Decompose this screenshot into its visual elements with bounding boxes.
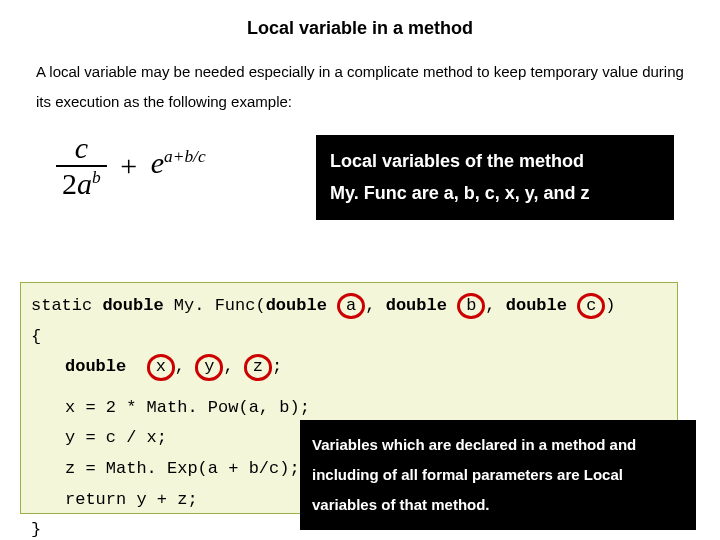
numerator: c <box>56 131 107 165</box>
sep-1: , <box>365 296 385 315</box>
code-decl: double x, y, z; <box>31 352 667 383</box>
den-coeff: 2 <box>62 167 77 200</box>
sep-2: , <box>485 296 505 315</box>
decl-sep1: , <box>175 357 195 376</box>
decl-y: y <box>195 354 223 380</box>
den-base: a <box>77 167 92 200</box>
callout-definition: Variables which are declared in a method… <box>300 420 696 530</box>
code-signature: static double My. Func(double a, double … <box>31 291 667 322</box>
fn-name: My. Func( <box>164 296 266 315</box>
callout-line-1: Local variables of the method <box>330 145 660 177</box>
callout-local-vars: Local variables of the method My. Func a… <box>316 135 674 220</box>
param-a: a <box>337 293 365 319</box>
formula-row: c 2ab + ea+b/c Local variables of the me… <box>36 125 684 245</box>
brace-open: { <box>31 322 667 353</box>
decl-end: ; <box>272 357 282 376</box>
spacer <box>31 383 667 393</box>
callout-line-2: My. Func are a, b, c, x, y, and z <box>330 177 660 209</box>
kw-double-p2: double <box>386 296 447 315</box>
intro-text: A local variable may be needed especiall… <box>36 57 684 117</box>
kw-double-p1: double <box>266 296 327 315</box>
fraction: c 2ab <box>56 131 107 201</box>
kw-double-ret: double <box>102 296 163 315</box>
param-b: b <box>457 293 485 319</box>
plus-sign: + <box>114 149 143 182</box>
code-l1: x = 2 * Math. Pow(a, b); <box>31 393 667 424</box>
param-c: c <box>577 293 605 319</box>
decl-sep2: , <box>223 357 243 376</box>
denominator: 2ab <box>56 165 107 201</box>
kw-double-decl: double <box>65 357 126 376</box>
kw-double-p3: double <box>506 296 567 315</box>
decl-z: z <box>244 354 272 380</box>
sig-close: ) <box>605 296 615 315</box>
e-base: e <box>151 146 164 179</box>
decl-x: x <box>147 354 175 380</box>
math-formula: c 2ab + ea+b/c <box>56 131 206 201</box>
e-exp: a+b/c <box>164 146 206 166</box>
page-title: Local variable in a method <box>0 0 720 39</box>
kw-static: static <box>31 296 102 315</box>
den-exp: b <box>92 167 101 187</box>
